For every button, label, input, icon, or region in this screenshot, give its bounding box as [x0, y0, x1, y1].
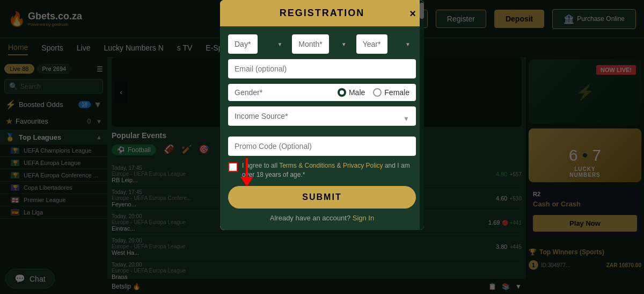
gender-label: Gender*	[235, 88, 330, 97]
month-select[interactable]: Month*	[292, 34, 329, 54]
month-select-wrapper: Month*	[292, 34, 352, 54]
signin-link[interactable]: Sign In	[353, 214, 374, 222]
day-select[interactable]: Day*	[228, 34, 258, 54]
terms-conditions-link[interactable]: Terms & Conditions	[279, 162, 336, 169]
privacy-policy-link[interactable]: Privacy Policy	[343, 162, 385, 169]
terms-checkbox-row: I agree to all Terms & Conditions & Priv…	[228, 161, 416, 180]
terms-text: I agree to all Terms & Conditions & Priv…	[242, 161, 416, 180]
gender-female-option[interactable]: Female	[373, 88, 409, 97]
terms-checkbox[interactable]	[228, 162, 238, 172]
male-radio	[338, 88, 346, 97]
date-row: Day* Month* Year*	[228, 34, 416, 54]
income-source-select[interactable]: Income Source*	[228, 106, 416, 126]
year-select[interactable]: Year*	[356, 34, 387, 54]
gender-row: Gender* Male Female	[228, 84, 416, 101]
modal-scrollbar[interactable]	[420, 0, 424, 230]
modal-title: REGISTRATION	[280, 8, 365, 19]
male-radio-dot	[340, 90, 344, 95]
promo-code-field[interactable]	[228, 137, 416, 156]
year-select-wrapper: Year*	[356, 34, 416, 54]
terms-and: &	[337, 162, 341, 169]
already-account-text: Already have an account?	[270, 214, 350, 222]
female-radio	[373, 88, 382, 97]
submit-button[interactable]: SUBMIT	[228, 186, 416, 209]
female-label: Female	[384, 88, 409, 97]
signin-row: Already have an account? Sign In	[228, 214, 416, 222]
email-field[interactable]	[228, 59, 416, 78]
modal-header: REGISTRATION ×	[220, 0, 424, 26]
arrow-head-icon	[240, 177, 253, 187]
male-label: Male	[349, 88, 365, 97]
modal-close-button[interactable]: ×	[409, 7, 416, 19]
gender-male-option[interactable]: Male	[338, 88, 365, 97]
day-select-wrapper: Day*	[228, 34, 288, 54]
arrow-indicator	[240, 158, 253, 187]
income-select-container: Income Source* ▼	[228, 106, 416, 131]
registration-modal: REGISTRATION × Day* Month* Year*	[220, 0, 424, 230]
scrollbar-thumb	[420, 3, 424, 19]
modal-overlay: REGISTRATION × Day* Month* Year*	[0, 0, 644, 294]
arrow-shaft	[246, 158, 248, 177]
modal-body: Day* Month* Year* Gender*	[220, 26, 424, 230]
